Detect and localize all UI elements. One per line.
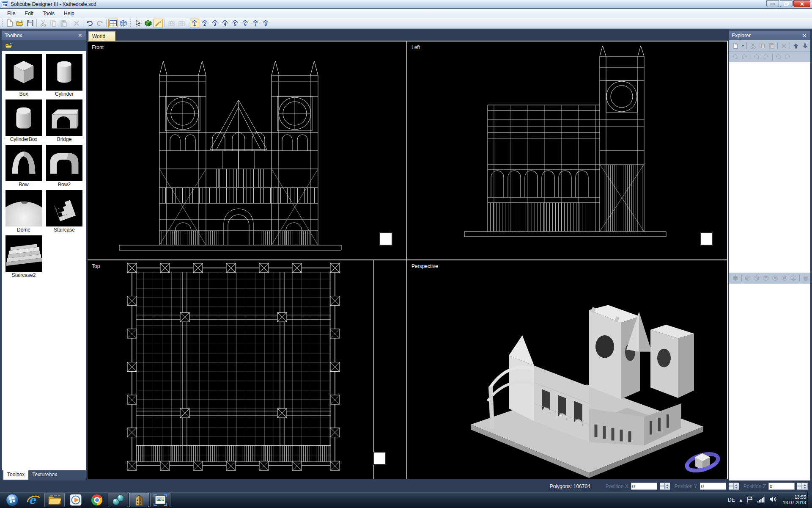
toolbox-item-box[interactable]: Box [5,54,43,98]
redo-button[interactable] [95,19,104,28]
level-7-button[interactable]: 7 [251,19,260,28]
rotate-x-pos-button[interactable]: x [740,53,749,61]
left-view-marker[interactable] [700,232,713,246]
position-z-slider[interactable] [797,483,802,490]
taskbar-file-explorer-icon[interactable] [44,493,65,507]
taskbar-internet-explorer-icon[interactable]: e [23,493,44,507]
paste-button[interactable] [59,19,68,28]
position-x-input[interactable] [631,483,657,490]
level-3-button[interactable]: 3 [210,19,219,28]
minimize-button[interactable] [766,0,779,7]
toolbox-close-icon[interactable]: ✕ [77,33,83,39]
explorer-new-dropdown-icon[interactable] [740,41,745,50]
explorer-close-icon[interactable]: ✕ [801,33,808,39]
cut-button[interactable] [38,19,48,28]
level-1-button[interactable]: 1 [190,19,199,28]
explorer-paste-button[interactable] [767,41,776,50]
start-button[interactable] [2,493,22,507]
tray-clock[interactable]: 13:55 18.07.2013 [783,494,806,505]
copy-button[interactable] [49,19,58,28]
viewport-horizontal-divider[interactable] [88,260,727,260]
snap-grid-button[interactable] [167,19,176,28]
position-y-slider[interactable] [729,483,733,490]
rotate-z-neg-button[interactable]: z [774,53,783,61]
toolbar-grip[interactable] [1,19,4,27]
explorer-move-down-button[interactable] [801,41,810,50]
toolbox-item-bow[interactable]: Bow [5,145,43,188]
cube-face-top-button[interactable] [761,274,771,282]
explorer-cut-button[interactable] [748,41,757,50]
rotate-x-neg-button[interactable]: x [731,53,740,61]
toolbox-item-cylinder[interactable]: Cylinder [45,54,83,98]
tray-volume-icon[interactable] [769,496,776,504]
orbit-navigation-widget[interactable] [684,448,721,476]
delete-button[interactable] [72,19,81,28]
position-x-slider[interactable] [660,483,664,490]
undo-button[interactable] [85,19,94,28]
cube-face-right-button[interactable] [752,274,761,282]
level-8-button[interactable]: 8 [261,19,270,28]
level-5-button[interactable]: 5 [230,19,240,28]
explorer-copy-button[interactable] [757,41,767,50]
restore-button[interactable] [780,0,793,7]
top-view-marker[interactable] [373,452,386,465]
level-4-button[interactable]: 4 [220,19,230,28]
toolbox-item-cylinderbox[interactable]: CylinderBox [5,99,43,143]
select-tool-button[interactable] [133,19,143,28]
toolbox-item-staircase[interactable]: Staircase [45,190,83,234]
texture-paint-button[interactable] [154,19,163,28]
explorer-delete-button[interactable] [779,41,788,50]
explorer-detail-list[interactable] [729,284,810,480]
show-desktop-button[interactable] [807,492,812,508]
viewport-top[interactable]: Top [88,260,406,479]
solid-view-button[interactable] [143,19,153,28]
viewport-perspective[interactable]: Perspective [407,260,727,479]
snap-angle-button[interactable] [177,19,186,28]
menu-tools[interactable]: Tools [38,10,59,17]
cube-face-front-button[interactable] [771,274,780,282]
taskbar-screenshot-tool-icon[interactable] [150,493,170,507]
cube-face-left-button[interactable] [743,274,752,282]
position-y-stepper[interactable] [733,483,739,490]
toolbox-item-staircase2[interactable]: Staircase2 [5,235,43,279]
new-file-button[interactable] [5,19,14,28]
explorer-new-button[interactable] [731,41,740,50]
tray-expand-icon[interactable]: ▲ [740,498,742,502]
cube-face-bottom-button[interactable] [789,274,798,282]
front-view-marker[interactable] [379,232,392,246]
open-file-button[interactable] [15,19,25,28]
taskbar-spheres-app-icon[interactable] [108,493,128,507]
menu-file[interactable]: File [3,10,20,17]
rotate-y-pos-button[interactable]: y [762,53,771,61]
tray-network-icon[interactable] [757,497,765,504]
level-6-button[interactable]: 6 [241,19,250,28]
tray-language-indicator[interactable]: DE [728,497,735,503]
position-z-stepper[interactable] [802,483,808,490]
toolbox-item-bow2[interactable]: Bow2 [45,145,83,188]
viewport-front[interactable]: Front [88,41,406,260]
menu-edit[interactable]: Edit [20,10,38,17]
explorer-object-list[interactable] [729,62,810,273]
rotate-z-pos-button[interactable]: z [783,53,793,61]
position-y-input[interactable] [700,483,726,490]
toolbox-open-button[interactable] [4,41,14,50]
position-z-input[interactable] [768,483,795,490]
taskbar-softcube-designer-icon[interactable] [129,493,149,507]
close-button[interactable] [793,0,810,7]
tab-toolbox[interactable]: Toolbox [3,470,28,480]
rotate-y-neg-button[interactable]: y [752,53,762,61]
explorer-move-up-button[interactable] [791,41,801,50]
viewport-left[interactable]: Left [407,41,727,260]
view-3d-button[interactable] [118,19,128,28]
tray-action-center-icon[interactable] [747,496,753,504]
save-button[interactable] [25,19,35,28]
menu-help[interactable]: Help [59,10,79,17]
toolbox-item-bridge[interactable]: Bridge [45,99,83,143]
position-x-stepper[interactable] [664,483,670,490]
cube-solid-button[interactable] [731,274,740,282]
toolbar-grip-2[interactable] [129,19,132,27]
taskbar-media-player-icon[interactable] [66,493,86,507]
cylinder-tool-button[interactable] [801,274,810,282]
tab-world[interactable]: World [88,31,115,41]
cube-face-back-button[interactable] [780,274,789,282]
